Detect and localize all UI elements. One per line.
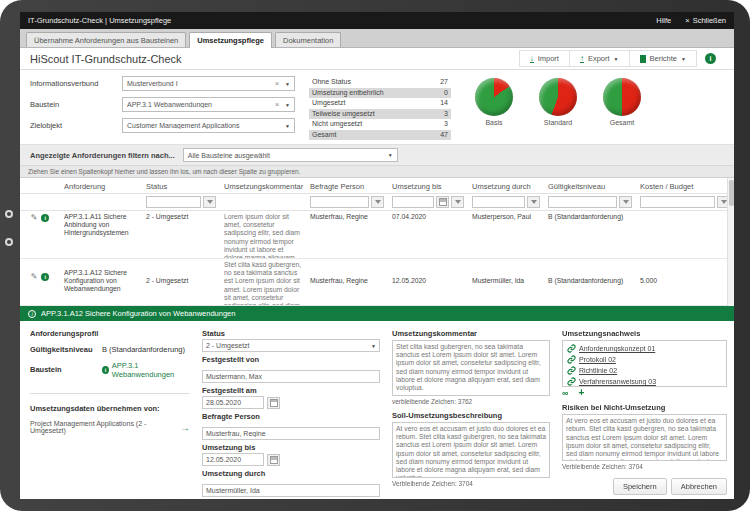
kosten-filter-input[interactable] <box>640 196 715 208</box>
filter-button[interactable] <box>371 196 384 208</box>
summary-row: Umgesetzt14 <box>309 98 451 109</box>
filter-button[interactable] <box>451 196 464 208</box>
informationsverbund-select[interactable]: Musterverbund I × ▼ <box>122 76 295 91</box>
table-row[interactable]: ✎ i APP.3.1.A12 Sichere Konfiguration vo… <box>20 259 734 306</box>
col-umsetzung-durch[interactable]: Umsetzung durch <box>468 178 544 193</box>
chevron-down-icon: ▼ <box>371 343 376 349</box>
durch-filter-input[interactable] <box>472 196 525 208</box>
window-title: IT-Grundschutz-Check | Umsetzungspflege <box>28 16 171 25</box>
status-select[interactable]: 2 - Umgesetzt ▼ <box>202 339 380 352</box>
close-icon: × <box>685 16 689 25</box>
nachweis-link[interactable]: Richtlinie 02 <box>579 367 617 374</box>
chevron-down-icon[interactable]: ▼ <box>282 102 290 108</box>
table-row[interactable]: ✎ i APP.3.1.A11 Sichere Anbindung von Hi… <box>20 211 734 259</box>
pie-gesamt: Gesamt <box>603 78 641 140</box>
col-umsetzungskommentar[interactable]: Umsetzungskommentar <box>220 178 306 193</box>
niveau-cell: B (Standardanforderung) <box>544 211 636 258</box>
group-by-dropzone[interactable]: Ziehen Sie einen Spaltenkopf hierher und… <box>20 165 734 178</box>
nachweis-link[interactable]: Anforderungskonzept 01 <box>579 345 655 352</box>
export-button[interactable]: ↑ Export ▼ <box>570 51 630 66</box>
col-befragte-person[interactable]: Befragte Person <box>306 178 388 193</box>
festgestellt-von-input[interactable] <box>202 370 380 383</box>
detail-form-column: Status 2 - Umgesetzt ▼ Festgestellt von … <box>202 329 380 495</box>
kosten-cell: 5.000 <box>636 259 734 305</box>
cancel-button[interactable]: Abbrechen <box>671 478 727 495</box>
tab-dokumentation[interactable]: Dokumentation <box>275 32 341 47</box>
apply-takeover-button[interactable]: → <box>180 422 190 433</box>
display-filter-select[interactable]: Alle Bausteine ausgewählt ▼ <box>183 148 398 162</box>
col-status[interactable]: Status <box>142 178 220 193</box>
takeover-source-row: Project Management Applications (2 - Umg… <box>30 420 190 434</box>
nachweis-list: Anforderungskonzept 01 Protokoll 02 Rich… <box>562 340 727 387</box>
reports-button[interactable]: Berichte ▼ <box>630 51 696 66</box>
baustein-label: Baustein <box>30 100 122 109</box>
info-icon[interactable]: i <box>41 273 49 281</box>
info-icon[interactable]: i <box>705 53 716 64</box>
save-button[interactable]: Speichern <box>613 478 667 495</box>
kommentar-char-counter: verbleibende Zeichen: 3762 <box>392 398 550 405</box>
takeover-source-value: Project Management Applications (2 - Umg… <box>30 420 180 434</box>
scrollbar-thumb[interactable] <box>729 180 734 206</box>
soll-umsetzung-textarea[interactable]: At vero eos et accusam et justo duo dolo… <box>392 422 550 478</box>
filter-button[interactable] <box>203 196 216 208</box>
pie-chart-gesamt <box>603 78 641 116</box>
risiken-textarea[interactable]: At vero eos et accusam et justo duo dolo… <box>562 414 727 461</box>
list-item: Protokoll 02 <box>567 355 722 364</box>
help-link[interactable]: Hilfe <box>656 16 671 25</box>
baustein-link[interactable]: i APP.3.1 Webanwendungen <box>102 361 190 379</box>
status-summary-table: Ohne Status27 Umsetzung entbehrlich0 Umg… <box>309 77 451 140</box>
chevron-down-icon[interactable]: ▼ <box>282 123 290 129</box>
umsetzung-durch-input[interactable] <box>202 484 380 497</box>
tab-umsetzungspflege[interactable]: Umsetzungspflege <box>189 32 272 48</box>
filter-button[interactable] <box>527 196 540 208</box>
befragte-person-input[interactable] <box>202 427 380 440</box>
umsetzungskommentar-textarea[interactable]: Stet clita kasd gubergren, no sea takima… <box>392 340 550 396</box>
risiken-char-counter: Verbleibende Zeichen: 3704 <box>562 463 727 470</box>
col-anforderung[interactable]: Anforderung <box>60 178 142 193</box>
col-gueltigkeitsniveau[interactable]: Gültigkeitsniveau <box>544 178 636 193</box>
info-icon: i <box>102 366 109 374</box>
info-icon[interactable]: i <box>41 214 49 222</box>
col-umsetzung-bis[interactable]: Umsetzung bis <box>388 178 468 193</box>
baustein-select[interactable]: APP.3.1 Webanwendungen × ▼ <box>122 97 295 112</box>
import-icon: ↓ <box>530 55 534 63</box>
calendar-button[interactable] <box>436 196 449 208</box>
report-document-icon <box>640 55 646 63</box>
zielobjekt-select[interactable]: Customer Management Applications ▼ <box>122 118 295 133</box>
export-icon: ↑ <box>580 55 584 63</box>
link-existing-icon[interactable]: ∞ <box>562 389 568 397</box>
edit-icon[interactable]: ✎ <box>31 214 38 256</box>
list-item: Richtlinie 02 <box>567 366 722 375</box>
nachweis-actions: ∞ + <box>562 389 727 397</box>
status-filter-input[interactable] <box>146 196 201 208</box>
calendar-button[interactable] <box>267 454 280 466</box>
person-filter-input[interactable] <box>310 196 369 208</box>
add-icon[interactable]: + <box>578 389 584 397</box>
bis-filter-input[interactable] <box>392 196 434 208</box>
chevron-down-icon: ▼ <box>614 56 619 62</box>
nachweis-link[interactable]: Protokoll 02 <box>579 356 616 363</box>
niveau-filter-input[interactable] <box>548 196 617 208</box>
risiken-label: Risiken bei Nicht-Umsetzung <box>562 403 727 412</box>
funnel-icon <box>375 200 381 204</box>
filter-button[interactable] <box>619 196 632 208</box>
col-kosten-budget[interactable]: Kosten / Budget <box>636 178 734 193</box>
import-button[interactable]: ↓ Import <box>520 51 570 66</box>
page-title: HiScout IT-Grundschutz-Check <box>30 53 182 65</box>
tab-bar: Übernahme Anforderungen aus Bausteinen U… <box>20 29 734 48</box>
edit-icon[interactable]: ✎ <box>31 273 38 303</box>
status-cell: 2 - Umgesetzt <box>142 211 220 258</box>
umsetzung-bis-label: Umsetzung bis <box>202 443 380 452</box>
table-scrollbar[interactable] <box>727 178 734 306</box>
close-button[interactable]: × Schließen <box>685 16 726 25</box>
status-pie-charts: Basis Standard Gesamt <box>475 78 641 140</box>
nachweis-link[interactable]: Verfahrensanweisung 03 <box>579 378 656 385</box>
clear-icon[interactable]: × <box>272 101 282 108</box>
clear-icon[interactable]: × <box>272 80 282 87</box>
tab-uebernahme-anforderungen[interactable]: Übernahme Anforderungen aus Bausteinen <box>26 32 186 47</box>
calendar-button[interactable] <box>267 397 280 409</box>
festgestellt-am-input[interactable] <box>202 396 264 409</box>
bis-cell: 07.04.2020 <box>388 211 468 258</box>
chevron-down-icon[interactable]: ▼ <box>282 81 290 87</box>
umsetzung-bis-input[interactable] <box>202 453 264 466</box>
